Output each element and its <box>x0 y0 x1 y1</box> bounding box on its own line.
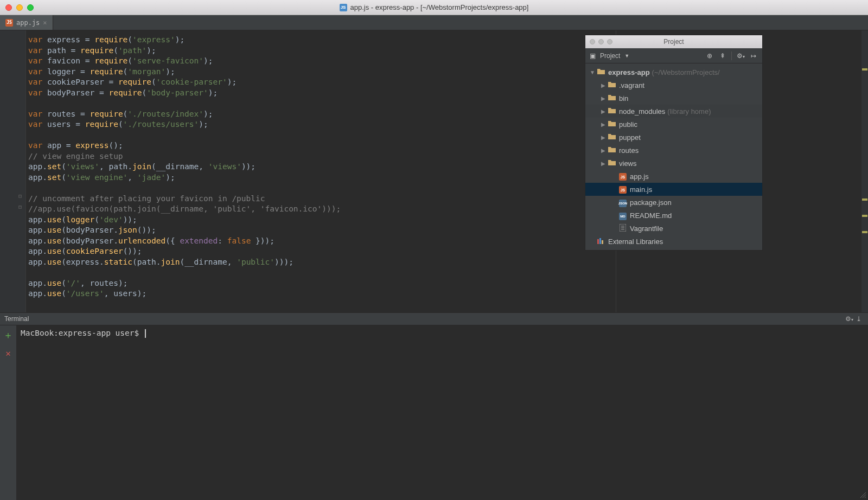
tree-node-label: README.md <box>630 211 672 220</box>
close-tab-icon[interactable]: × <box>43 19 47 27</box>
tree-arrow-icon[interactable]: ▶ <box>599 148 607 153</box>
panel-zoom-button[interactable] <box>607 39 612 44</box>
tree-node-hint: (library home) <box>667 107 711 116</box>
tree-node-icon <box>618 224 628 233</box>
tree-node-icon <box>607 159 617 168</box>
terminal-header[interactable]: Terminal ⚙▾ ⤓ <box>0 312 868 325</box>
tree-node-icon <box>607 107 617 116</box>
tree-node-icon <box>607 133 617 142</box>
window-title-text: app.js - express-app - [~/WebstormProjec… <box>350 3 529 11</box>
project-tree[interactable]: ▼express-app(~/WebstormProjects/▶.vagran… <box>585 63 762 250</box>
project-dropdown[interactable]: Project <box>600 52 620 60</box>
traffic-lights <box>5 4 34 11</box>
gear-icon[interactable]: ⚙▾ <box>736 52 745 60</box>
tree-row[interactable]: ▶puppet <box>585 131 762 144</box>
svg-rect-4 <box>597 239 599 244</box>
terminal-side-toolbar: ＋ ✕ <box>0 325 16 500</box>
tree-row[interactable]: JSapp.js <box>585 170 762 183</box>
tree-node-label: bin <box>619 94 628 102</box>
tree-node-label: puppet <box>619 133 641 142</box>
tree-node-label: views <box>619 159 637 168</box>
tree-row[interactable]: ▶public <box>585 118 762 131</box>
tree-row[interactable]: Vagrantfile <box>585 222 762 235</box>
terminal-prompt: MacBook:express-app user$ <box>21 329 144 337</box>
project-tool-window[interactable]: Project ▣ Project ▼ ⊕ ⇞ ⚙▾ ↦ ▼express-ap… <box>585 35 763 251</box>
locate-file-icon[interactable]: ⊕ <box>705 52 714 60</box>
warning-marker[interactable] <box>862 68 867 70</box>
tree-node-label: main.js <box>630 185 652 194</box>
new-terminal-icon[interactable]: ＋ <box>3 329 13 342</box>
tree-arrow-icon[interactable]: ▶ <box>599 121 607 127</box>
tree-arrow-icon[interactable]: ▶ <box>599 134 607 140</box>
gear-icon[interactable]: ⚙▾ <box>844 315 854 323</box>
resize-grip-icon[interactable] <box>859 491 867 499</box>
panel-close-button[interactable] <box>590 39 595 44</box>
window-title: JS app.js - express-app - [~/WebstormPro… <box>0 3 868 11</box>
tree-node-label: app.js <box>630 172 649 181</box>
tree-arrow-icon[interactable]: ▶ <box>599 82 607 88</box>
zoom-window-button[interactable] <box>27 4 34 11</box>
warning-marker[interactable] <box>862 198 867 201</box>
warning-marker[interactable] <box>862 215 867 217</box>
tree-row[interactable]: MDREADME.md <box>585 209 762 222</box>
warning-marker[interactable] <box>862 231 867 233</box>
tree-arrow-icon[interactable]: ▶ <box>599 108 607 114</box>
tree-node-hint: (~/WebstormProjects/ <box>652 68 720 76</box>
editor-tab[interactable]: JS app.js × <box>0 15 53 30</box>
tree-row[interactable]: ▶.vagrant <box>585 79 762 92</box>
close-terminal-icon[interactable]: ✕ <box>5 348 11 358</box>
tree-arrow-icon[interactable]: ▶ <box>599 161 607 166</box>
tree-row[interactable]: JSmain.js <box>585 183 762 196</box>
tree-node-label: package.json <box>630 198 672 207</box>
tree-node-label: express-app <box>608 68 650 76</box>
toolbar-separator <box>731 52 732 60</box>
tree-node-label: External Libraries <box>608 238 663 246</box>
tree-node-label: Vagrantfile <box>630 225 663 233</box>
tree-arrow-icon[interactable]: ▶ <box>599 95 607 101</box>
tree-node-icon <box>607 94 617 102</box>
hide-panel-icon[interactable]: ↦ <box>749 52 758 60</box>
tree-node-label: routes <box>619 146 639 155</box>
tree-node-icon <box>607 146 617 155</box>
tree-node-label: public <box>619 120 637 129</box>
tree-row[interactable]: ▶node_modules(library home) <box>585 105 762 118</box>
tree-node-icon <box>596 238 606 246</box>
terminal-header-label: Terminal <box>4 315 29 323</box>
terminal-output[interactable]: MacBook:express-app user$ <box>16 325 868 500</box>
window-titlebar: JS app.js - express-app - [~/WebstormPro… <box>0 0 868 15</box>
fold-marker-icon[interactable]: ⊟ <box>18 204 24 209</box>
tree-node-icon: MD <box>618 211 628 220</box>
svg-rect-5 <box>599 238 601 244</box>
panel-minimize-button[interactable] <box>598 39 604 44</box>
project-panel-titlebar[interactable]: Project <box>585 35 762 48</box>
code-editor[interactable]: var express = require('express');var pat… <box>26 30 341 312</box>
project-view-icon: ▣ <box>590 52 596 60</box>
tree-row[interactable]: External Libraries <box>585 235 762 248</box>
tree-row[interactable]: ▶routes <box>585 144 762 157</box>
tree-node-icon: JSON <box>618 198 628 207</box>
editor-tabbar: JS app.js × <box>0 15 868 30</box>
tree-node-label: .vagrant <box>619 81 644 89</box>
tree-arrow-icon[interactable]: ▼ <box>589 69 596 75</box>
tree-row[interactable]: ▼express-app(~/WebstormProjects/ <box>585 66 762 79</box>
tree-row[interactable]: ▶bin <box>585 92 762 105</box>
tree-node-icon <box>596 68 606 76</box>
terminal-cursor <box>145 329 146 338</box>
terminal-tool-window: Terminal ⚙▾ ⤓ ＋ ✕ MacBook:express-app us… <box>0 312 868 500</box>
fold-marker-icon[interactable]: ⊟ <box>18 193 24 198</box>
tree-node-icon: JS <box>618 172 628 181</box>
error-stripe[interactable] <box>861 30 868 312</box>
chevron-down-icon[interactable]: ▼ <box>624 53 629 59</box>
tree-row[interactable]: JSONpackage.json <box>585 196 762 209</box>
tab-label: app.js <box>16 19 40 27</box>
close-window-button[interactable] <box>5 4 12 11</box>
hide-panel-icon[interactable]: ⤓ <box>854 315 864 323</box>
collapse-all-icon[interactable]: ⇞ <box>718 52 727 60</box>
editor-gutter[interactable]: ⊟ ⊟ <box>0 30 26 312</box>
tree-node-icon <box>607 120 617 129</box>
tree-row[interactable]: ▶views <box>585 157 762 170</box>
project-toolbar: ▣ Project ▼ ⊕ ⇞ ⚙▾ ↦ <box>585 48 762 63</box>
tree-node-icon: JS <box>618 185 628 194</box>
minimize-window-button[interactable] <box>16 4 23 11</box>
js-file-icon: JS <box>5 19 13 27</box>
